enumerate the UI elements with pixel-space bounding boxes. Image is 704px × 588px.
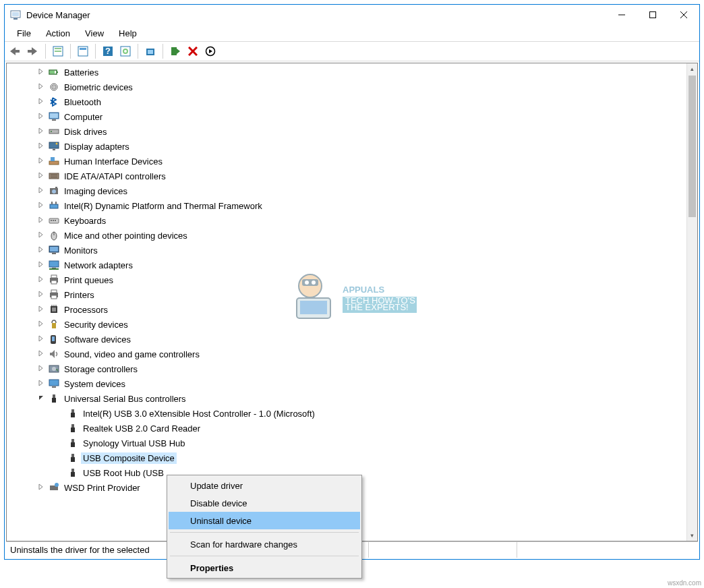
- expand-icon[interactable]: [36, 335, 46, 343]
- svg-rect-35: [50, 113, 58, 118]
- tree-category[interactable]: Sound, video and game controllers: [7, 347, 686, 361]
- scroll-down-arrow[interactable]: ▾: [687, 530, 697, 541]
- tree-category[interactable]: Intel(R) Dynamic Platform and Thermal Fr…: [7, 198, 686, 213]
- disable-device-button[interactable]: [202, 43, 218, 59]
- svg-rect-62: [49, 261, 59, 267]
- svg-rect-1: [12, 12, 19, 16]
- expand-icon[interactable]: [36, 113, 46, 121]
- tree-category[interactable]: IDE ATA/ATAPI controllers: [7, 169, 686, 183]
- update-driver-button[interactable]: [142, 43, 158, 59]
- close-button[interactable]: [668, 5, 699, 25]
- menu-view[interactable]: View: [78, 27, 111, 40]
- expand-icon[interactable]: [36, 98, 46, 106]
- expand-icon[interactable]: [36, 365, 46, 373]
- device-tree[interactable]: BatteriesBiometric devicesBluetoothCompu…: [7, 63, 686, 541]
- tree-category[interactable]: Disk drives: [7, 124, 686, 139]
- back-button[interactable]: [7, 43, 24, 59]
- window-title: Device Manager: [26, 10, 90, 20]
- expand-icon[interactable]: [36, 350, 46, 358]
- context-menu-item[interactable]: Scan for hardware changes: [169, 535, 360, 553]
- vertical-scrollbar[interactable]: ▴ ▾: [686, 63, 697, 541]
- tree-category[interactable]: Processors: [7, 302, 686, 317]
- tree-category[interactable]: Human Interface Devices: [7, 154, 686, 169]
- tree-category[interactable]: Keyboards: [7, 213, 686, 228]
- expand-icon[interactable]: [36, 246, 46, 254]
- expand-icon[interactable]: [36, 157, 46, 165]
- expand-icon[interactable]: [36, 483, 46, 492]
- context-menu-item[interactable]: Uninstall device: [169, 512, 360, 529]
- menu-action[interactable]: Action: [39, 27, 77, 40]
- tree-category[interactable]: Computer: [7, 109, 686, 124]
- tree-category[interactable]: Mice and other pointing devices: [7, 228, 686, 243]
- svg-rect-51: [51, 202, 53, 204]
- svg-rect-91: [71, 439, 74, 442]
- context-menu-item[interactable]: Properties: [169, 559, 360, 577]
- collapse-icon[interactable]: [36, 394, 46, 403]
- context-menu-item[interactable]: Disable device: [169, 494, 360, 512]
- computer-icon: [48, 111, 60, 122]
- svg-rect-12: [55, 48, 61, 49]
- expand-icon[interactable]: [36, 187, 46, 195]
- tree-category-label: Processors: [62, 304, 110, 316]
- tree-category[interactable]: Display adapters: [7, 139, 686, 154]
- tree-category[interactable]: Bluetooth: [7, 94, 686, 109]
- software-icon: [48, 334, 60, 345]
- expand-icon[interactable]: [36, 216, 46, 225]
- expand-icon[interactable]: [36, 127, 46, 136]
- expand-icon[interactable]: [36, 276, 46, 284]
- expand-icon[interactable]: [36, 231, 46, 239]
- tree-category[interactable]: Storage controllers: [7, 361, 686, 376]
- expand-icon[interactable]: [36, 172, 46, 180]
- tree-device[interactable]: USB Composite Device: [7, 450, 686, 465]
- titlebar[interactable]: Device Manager: [5, 5, 699, 25]
- tree-category-label: Sound, video and game controllers: [62, 349, 202, 360]
- tree-category[interactable]: Batteries: [7, 65, 686, 80]
- tree-device-label: Realtek USB 2.0 Card Reader: [81, 423, 202, 434]
- maximize-button[interactable]: [637, 5, 668, 25]
- minimize-button[interactable]: [606, 5, 637, 25]
- enable-device-button[interactable]: [167, 43, 183, 59]
- expand-icon[interactable]: [36, 305, 46, 314]
- menu-help[interactable]: Help: [112, 27, 144, 40]
- tree-device[interactable]: Synology Virtual USB Hub: [7, 436, 686, 450]
- tree-device[interactable]: Intel(R) USB 3.0 eXtensible Host Control…: [7, 406, 686, 421]
- svg-rect-69: [51, 290, 57, 293]
- monitor-icon: [48, 245, 60, 256]
- tree-category[interactable]: Printers: [7, 287, 686, 302]
- expand-icon[interactable]: [36, 261, 46, 269]
- tree-category[interactable]: Software devices: [7, 332, 686, 347]
- toolbar-separator: [45, 44, 46, 59]
- tree-category-label: Print queues: [62, 274, 115, 286]
- scroll-up-arrow[interactable]: ▴: [687, 63, 697, 74]
- tree-category[interactable]: Imaging devices: [7, 183, 686, 198]
- svg-rect-22: [171, 47, 177, 55]
- expand-icon[interactable]: [36, 142, 46, 150]
- show-hidden-button[interactable]: [50, 43, 66, 59]
- expand-icon[interactable]: [36, 320, 46, 328]
- menu-file[interactable]: File: [10, 27, 38, 40]
- tree-category[interactable]: Monitors: [7, 243, 686, 258]
- tree-category[interactable]: Security devices: [7, 317, 686, 332]
- tree-category[interactable]: System devices: [7, 376, 686, 391]
- svg-rect-54: [51, 220, 52, 221]
- uninstall-button[interactable]: [185, 43, 201, 59]
- tree-category[interactable]: Universal Serial Bus controllers: [7, 391, 686, 406]
- expand-icon[interactable]: [36, 380, 46, 388]
- expand-icon[interactable]: [36, 83, 46, 91]
- scroll-thumb[interactable]: [688, 76, 696, 217]
- tree-category[interactable]: Print queues: [7, 272, 686, 287]
- help-button[interactable]: ?: [100, 43, 116, 59]
- svg-rect-89: [71, 424, 74, 428]
- scan-button[interactable]: [117, 43, 134, 59]
- tree-category[interactable]: Network adapters: [7, 258, 686, 272]
- context-menu[interactable]: Update driverDisable deviceUninstall dev…: [167, 475, 362, 579]
- tree-device[interactable]: Realtek USB 2.0 Card Reader: [7, 421, 686, 436]
- tree-category[interactable]: Biometric devices: [7, 80, 686, 94]
- menubar: File Action View Help: [5, 25, 699, 41]
- forward-button[interactable]: [25, 43, 41, 59]
- expand-icon[interactable]: [36, 291, 46, 299]
- properties-button[interactable]: [75, 43, 91, 59]
- expand-icon[interactable]: [36, 68, 46, 76]
- expand-icon[interactable]: [36, 202, 46, 210]
- context-menu-item[interactable]: Update driver: [169, 477, 360, 494]
